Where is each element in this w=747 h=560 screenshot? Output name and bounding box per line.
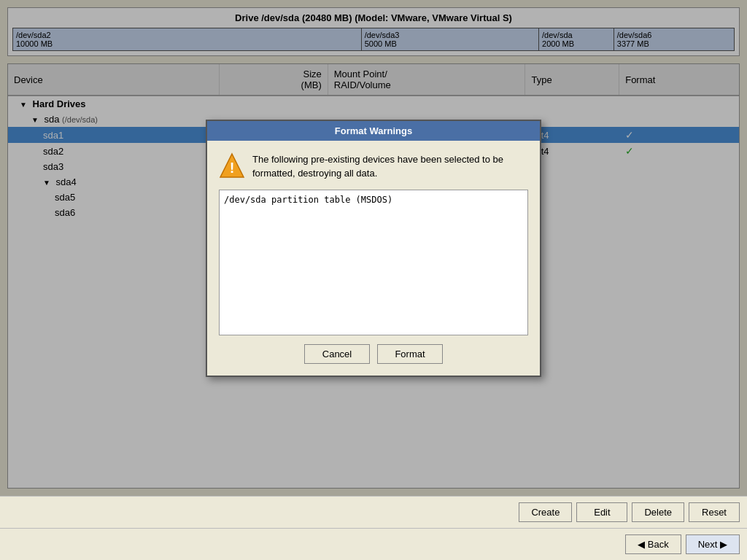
back-button[interactable]: ◀ Back <box>625 534 681 554</box>
edit-button[interactable]: Edit <box>576 502 627 522</box>
next-button[interactable]: Next ▶ <box>686 534 740 554</box>
modal-list-box: /dev/sda partition table (MSDOS) <box>219 190 528 335</box>
modal-warning-row: ! The following pre-existing devices hav… <box>219 152 528 181</box>
bottom-nav: ◀ Back Next ▶ <box>0 528 747 560</box>
back-arrow-icon: ◀ <box>638 539 645 550</box>
modal-warning-text: The following pre-existing devices have … <box>252 152 528 181</box>
next-label: Next <box>698 539 718 550</box>
format-warnings-modal: Format Warnings ! The following pre-exis… <box>206 120 541 377</box>
modal-body: ! The following pre-existing devices hav… <box>207 141 540 376</box>
create-button[interactable]: Create <box>519 502 572 522</box>
warning-icon: ! <box>219 152 245 179</box>
format-button[interactable]: Format <box>377 344 443 364</box>
modal-list-content: /dev/sda partition table (MSDOS) <box>224 195 392 205</box>
modal-buttons: Cancel Format <box>219 344 528 364</box>
delete-button[interactable]: Delete <box>632 502 684 522</box>
main-area: Drive /dev/sda (20480 MB) (Model: VMware… <box>0 0 747 496</box>
modal-overlay: Format Warnings ! The following pre-exis… <box>0 0 747 496</box>
bottom-toolbar: Create Edit Delete Reset <box>0 496 747 528</box>
next-arrow-icon: ▶ <box>720 539 727 550</box>
reset-button[interactable]: Reset <box>689 502 740 522</box>
modal-title-bar: Format Warnings <box>207 121 540 141</box>
cancel-button[interactable]: Cancel <box>304 344 370 364</box>
back-label: Back <box>648 539 669 550</box>
svg-text:!: ! <box>230 160 235 176</box>
